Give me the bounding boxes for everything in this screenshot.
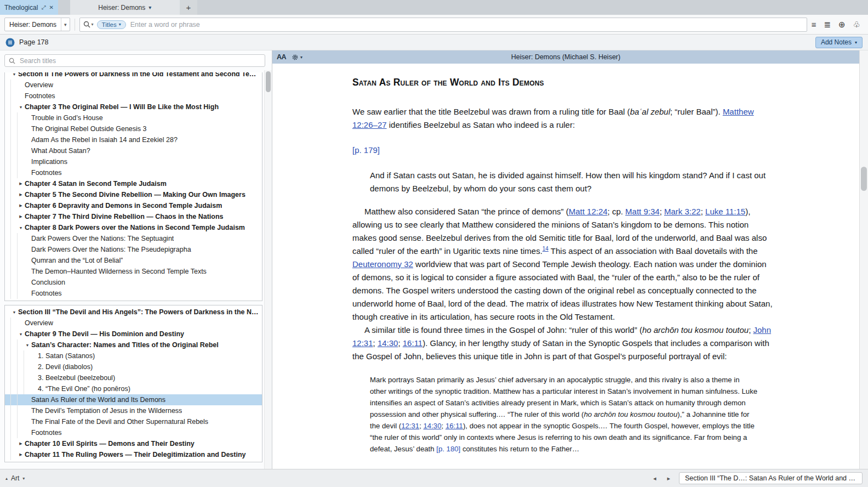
scrollbar-thumb[interactable] [266, 71, 271, 92]
reference-link[interactable]: 14:30 [378, 338, 398, 348]
circle-plus-icon[interactable]: ⊕ [838, 20, 846, 29]
expand-icon[interactable]: ▶ [17, 441, 25, 446]
text-size-button[interactable]: AA [277, 53, 286, 61]
toc-item[interactable]: Footnotes [5, 288, 262, 299]
toc-item[interactable]: Conclusion [5, 277, 262, 288]
tree-guide [10, 449, 17, 460]
tab-theological[interactable]: Theological ⤢ ✕ [0, 0, 58, 15]
expand-icon[interactable]: ⤢ [41, 4, 45, 11]
collapse-up-icon[interactable]: ▴ [5, 476, 8, 481]
toc-item[interactable]: Footnotes [5, 167, 262, 178]
page-link[interactable]: [p. 179] [352, 145, 380, 155]
collapse-icon[interactable]: ▼ [10, 310, 18, 314]
toc-item[interactable]: ▶Chapter 11 The Ruling Powers — Their De… [5, 449, 262, 460]
search-icon[interactable]: ▾ [83, 21, 94, 28]
toc-item[interactable]: What About Satan? [5, 145, 262, 156]
expand-icon[interactable]: ▶ [17, 182, 25, 186]
toc-item[interactable]: Footnotes [5, 427, 262, 438]
tree-guide [10, 167, 17, 178]
chevron-down-icon[interactable]: ▾ [22, 476, 25, 481]
toc-item[interactable]: ▼Chapter 8 Dark Powers over the Nations … [5, 222, 262, 233]
toc-item[interactable]: Qumran and the “Lot of Belial” [5, 255, 262, 266]
reference-link[interactable]: 16:11 [446, 422, 463, 430]
expand-icon[interactable]: ▶ [17, 203, 25, 208]
footnote-link[interactable]: 14 [542, 246, 549, 252]
title-search-box[interactable] [4, 54, 265, 67]
expand-icon[interactable]: ▶ [17, 214, 25, 219]
reference-link[interactable]: 14:30 [424, 422, 442, 430]
expand-icon[interactable]: ▶ [17, 452, 25, 457]
toc-item[interactable]: Trouble in God’s House [5, 112, 262, 123]
toc-item[interactable]: Adam As the Rebel in Isaiah 14 and Ezeki… [5, 134, 262, 145]
toc-item[interactable]: The Original Rebel Outside Genesis 3 [5, 123, 262, 134]
outline-icon[interactable]: ≣ [824, 20, 831, 29]
toc-item[interactable]: 3. Beelzebul (beelzeboul) [5, 372, 262, 383]
page-link[interactable]: [p. 180] [436, 445, 460, 453]
tree-guide [10, 189, 17, 200]
toc-item[interactable]: ▼Satan’s Character: Names and Titles of … [5, 339, 262, 350]
expand-icon[interactable]: ▶ [17, 192, 25, 197]
trefoil-icon[interactable]: ♧ [853, 20, 860, 29]
toc-item[interactable]: The Demon–Haunted Wilderness in Second T… [5, 266, 262, 277]
chevron-down-icon[interactable]: ▾ [61, 18, 70, 31]
collapse-icon[interactable]: ▼ [10, 72, 18, 76]
resource-select[interactable]: Heiser: Demons ▾ [4, 18, 70, 31]
scrollbar-thumb[interactable] [861, 167, 867, 191]
nav-back-icon[interactable]: ◂ [653, 475, 656, 482]
toc-item[interactable]: ▶Chapter 10 Evil Spirits — Demons and Th… [5, 438, 262, 449]
toc-item-label: Overview [25, 81, 53, 89]
collapse-icon[interactable]: ▼ [24, 343, 31, 347]
toc-item[interactable]: Overview [5, 80, 262, 90]
toc-item[interactable]: ▼Chapter 3 The Original Rebel — I Will B… [5, 101, 262, 112]
art-panel-toggle[interactable]: ▴ Art ▾ [5, 474, 25, 482]
chevron-down-icon[interactable]: ▾ [92, 22, 94, 27]
close-icon[interactable]: ✕ [49, 4, 53, 10]
search-scope-pill[interactable]: Titles ▾ [97, 20, 126, 29]
tree-guide [10, 244, 17, 255]
toc-item[interactable]: ▶Chapter 6 Depravity and Demons in Secon… [5, 200, 262, 211]
new-tab-button[interactable]: + [180, 0, 197, 15]
reader-scrollbar[interactable] [859, 50, 868, 469]
sidebar-scrollbar[interactable] [264, 70, 272, 469]
toc-item[interactable]: Dark Powers Over the Nations: The Pseude… [5, 244, 262, 255]
toc-item[interactable]: Implications [5, 156, 262, 167]
reference-link[interactable]: 12:31 [401, 422, 419, 430]
reference-link[interactable]: Matt 12:24 [569, 207, 608, 216]
chevron-down-icon[interactable]: ▾ [149, 4, 151, 10]
reference-link[interactable]: Mark 3:22 [664, 207, 701, 216]
text-run: ; [419, 422, 423, 430]
toc-item[interactable]: Dark Powers Over the Nations: The Septua… [5, 233, 262, 244]
reference-link[interactable]: Deuteronomy 32 [352, 259, 413, 269]
title-search-input[interactable] [19, 56, 261, 65]
toc-item[interactable]: ▶Chapter 5 The Second Divine Rebellion —… [5, 189, 262, 200]
toc-item[interactable]: Footnotes [5, 90, 262, 101]
toc-circle-icon[interactable] [5, 38, 15, 47]
toc-item[interactable]: ▶Chapter 7 The Third Divine Rebellion — … [5, 211, 262, 222]
collapse-icon[interactable]: ▼ [17, 332, 25, 336]
toc-item[interactable]: Overview [5, 318, 262, 329]
reference-link[interactable]: Matt 9:34 [625, 207, 660, 216]
toc-item[interactable]: ▼Chapter 9 The Devil — His Dominion and … [5, 329, 262, 339]
nav-forward-icon[interactable]: ▸ [667, 475, 670, 482]
toc-item[interactable]: 1. Satan (Satanos) [5, 350, 262, 361]
collapse-icon[interactable]: ▼ [17, 105, 25, 109]
reference-link[interactable]: 16:11 [403, 338, 422, 348]
toc-item[interactable]: The Devil’s Temptation of Jesus in the W… [5, 405, 262, 416]
tab-heiser-demons[interactable]: Heiser: Demons ▾ [70, 0, 180, 15]
toc-item[interactable]: 4. “The Evil One” (ho ponēros) [5, 383, 262, 394]
toc-item[interactable]: ▼Section II The Powers of Darkness in th… [5, 72, 262, 80]
toc-item[interactable]: The Final Fate of the Devil and Other Su… [5, 416, 262, 427]
collapse-icon[interactable]: ▼ [17, 226, 25, 230]
toc-item[interactable]: Satan As Ruler of the World and Its Demo… [5, 394, 262, 405]
settings-button[interactable]: ▾ [292, 54, 302, 61]
toc-item[interactable]: ▼Section III “The Devil and His Angels”:… [5, 307, 262, 318]
reference-link[interactable]: Luke 11:15 [705, 207, 745, 216]
add-notes-button[interactable]: Add Notes ▾ [815, 37, 863, 48]
breadcrumb[interactable]: Section III “The D…: Satan As Ruler of t… [679, 472, 863, 484]
search-bar[interactable]: ▾ Titles ▾ [79, 18, 807, 32]
menu-icon[interactable]: ≡ [812, 20, 816, 29]
toc-item[interactable]: 2. Devil (diabolos) [5, 361, 262, 372]
toc-item[interactable]: ▶Chapter 4 Satan in Second Temple Judais… [5, 178, 262, 189]
search-input[interactable] [129, 20, 803, 29]
toc-item-label: Dark Powers Over the Nations: The Pseude… [31, 246, 191, 253]
